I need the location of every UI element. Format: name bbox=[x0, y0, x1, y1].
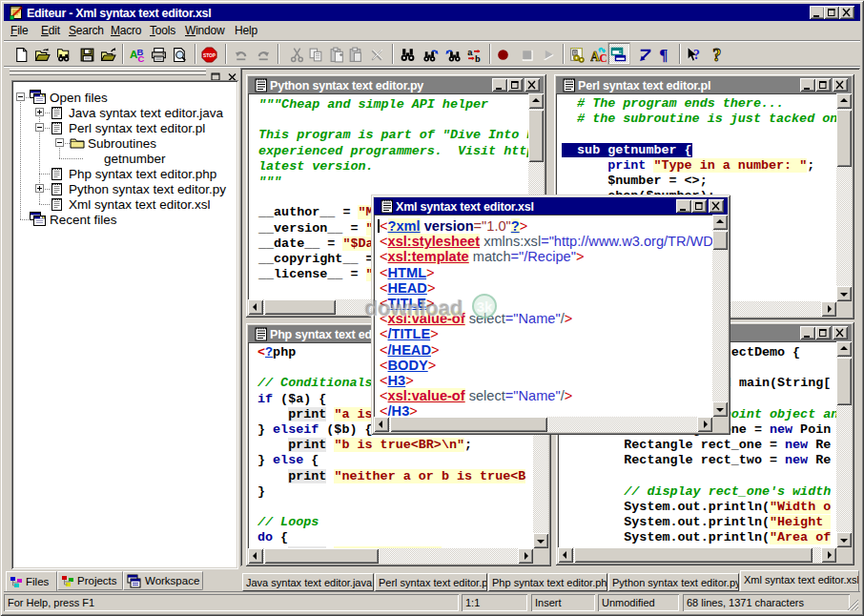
svg-text:b: b bbox=[475, 54, 481, 63]
svg-text:¶: ¶ bbox=[659, 47, 668, 63]
svg-text:STOP: STOP bbox=[203, 53, 216, 58]
svg-text:?: ? bbox=[693, 48, 700, 62]
svg-text:C: C bbox=[600, 52, 607, 63]
svg-text:C: C bbox=[138, 53, 145, 63]
svg-text:?: ? bbox=[712, 47, 721, 63]
svg-text:A: A bbox=[590, 50, 600, 63]
svg-text:a: a bbox=[467, 48, 473, 58]
